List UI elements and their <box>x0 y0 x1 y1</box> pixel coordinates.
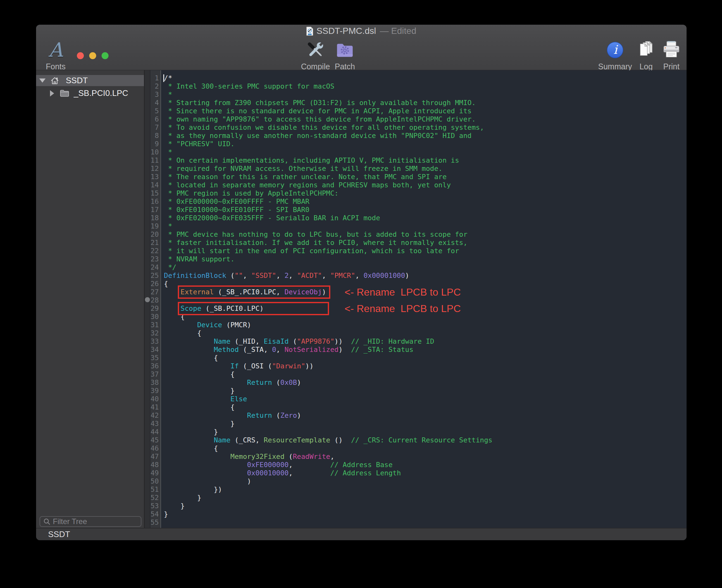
line-number: 55 <box>150 518 161 527</box>
marker-strip <box>145 70 150 528</box>
code-line: Memory32Fixed (ReadWrite, <box>164 453 686 461</box>
code-line <box>164 518 686 527</box>
home-icon <box>50 77 59 84</box>
line-number: 30 <box>150 313 161 321</box>
code-line: 0x00010000, // Address Length <box>164 469 686 477</box>
line-number: 54 <box>150 510 161 518</box>
disclosure-open-icon[interactable] <box>39 79 46 83</box>
annotation-box-external <box>178 286 330 299</box>
line-number: 45 <box>150 436 161 444</box>
line-number-gutter: 1234567891011121314151617181920212223242… <box>150 70 161 528</box>
sidebar-item-sb-pci0-lpc[interactable]: _SB.PCI0.LPC <box>36 88 144 99</box>
code-line: * as they normally use another non-stand… <box>164 132 686 140</box>
code-line: ) <box>164 477 686 485</box>
line-number: 2 <box>150 82 161 90</box>
line-number: 24 <box>150 263 161 272</box>
summary-button[interactable]: i Summary <box>598 39 633 71</box>
code-line: { <box>164 444 686 453</box>
code-line: * 0xFE020000~0xFE035FFF - SerialIo BAR i… <box>164 214 686 222</box>
code-line: 0xFE000000, // Address Base <box>164 461 686 469</box>
code-line: * "PCHRESV" UID. <box>164 140 686 148</box>
code-line: { <box>164 354 686 362</box>
line-number: 25 <box>150 272 161 280</box>
code-line: * The reason for this is rather unclear.… <box>164 173 686 181</box>
code-line: * <box>164 148 686 156</box>
annotation-text-external: <- Rename LPCB to LPC <box>344 286 461 299</box>
line-number: 52 <box>150 494 161 502</box>
line-number: 22 <box>150 247 161 255</box>
code-line: * it will start in the end of PCI config… <box>164 247 686 255</box>
line-number: 42 <box>150 412 161 420</box>
line-number: 12 <box>150 165 161 173</box>
line-number: 41 <box>150 403 161 412</box>
line-number: 35 <box>150 354 161 362</box>
folder-icon <box>60 89 69 97</box>
line-number: 46 <box>150 444 161 453</box>
line-number: 20 <box>150 230 161 238</box>
code-line: Return (Zero) <box>164 412 686 420</box>
line-number: 44 <box>150 428 161 436</box>
line-number: 18 <box>150 214 161 222</box>
line-number: 26 <box>150 280 161 288</box>
close-button[interactable] <box>77 52 84 59</box>
zoom-button[interactable] <box>102 52 108 59</box>
line-number: 21 <box>150 238 161 247</box>
code-line: { <box>164 329 686 337</box>
compile-button[interactable]: Compile <box>300 39 331 71</box>
log-pages-icon <box>636 40 656 60</box>
line-number: 49 <box>150 469 161 477</box>
fonts-button[interactable]: A Fonts <box>38 39 73 71</box>
line-number: 39 <box>150 387 161 395</box>
code-line: * faster initialisation. If we add it to… <box>164 238 686 247</box>
line-number: 9 <box>150 140 161 148</box>
print-printer-icon <box>662 41 681 60</box>
code-line: }) <box>164 485 686 494</box>
disclosure-closed-icon[interactable] <box>50 90 54 97</box>
document-icon <box>306 26 313 36</box>
line-number: 10 <box>150 148 161 156</box>
code-line: /* <box>164 74 686 82</box>
tree-sidebar: SSDT _SB.PCI0.LPC Filter Tree <box>36 70 145 528</box>
compile-label: Compile <box>301 62 330 71</box>
line-number: 29 <box>150 304 161 313</box>
print-label: Print <box>663 62 679 71</box>
minimize-button[interactable] <box>89 52 96 59</box>
line-number: 17 <box>150 206 161 214</box>
log-label: Log <box>639 62 653 71</box>
code-area[interactable]: /* * Intel 300-series PMC support for ma… <box>161 70 686 528</box>
code-editor[interactable]: 1234567891011121314151617181920212223242… <box>145 70 686 528</box>
compile-tools-icon <box>305 39 326 61</box>
filter-tree-input[interactable]: Filter Tree <box>40 516 142 527</box>
sidebar-item-ssdt[interactable]: SSDT <box>36 75 144 86</box>
line-number: 7 <box>150 123 161 132</box>
line-number: 27 <box>150 288 161 296</box>
code-line: Device (PMCR) <box>164 321 686 329</box>
line-number: 19 <box>150 222 161 230</box>
patch-button[interactable]: Patch <box>329 39 361 71</box>
code-line: * <box>164 90 686 99</box>
code-line: * own naming "APP9876" to access this de… <box>164 115 686 123</box>
code-line: Method (_STA, 0, NotSerialized) // _STA:… <box>164 345 686 354</box>
code-line: } <box>164 510 686 518</box>
code-line: * To avoid confusion we disable this dev… <box>164 123 686 132</box>
code-line: Return (0x0B) <box>164 378 686 387</box>
line-number: 34 <box>150 345 161 354</box>
filter-placeholder: Filter Tree <box>53 517 87 526</box>
window-header: SSDT-PMC.dsl — Edited A Fonts <box>36 25 686 70</box>
status-bar: SSDT <box>36 528 686 540</box>
code-line: * Intel 300-series PMC support for macOS <box>164 82 686 90</box>
line-number: 51 <box>150 485 161 494</box>
line-number: 23 <box>150 255 161 263</box>
line-number: 48 <box>150 461 161 469</box>
code-line: * PMC device has nothing to do to LPC bu… <box>164 230 686 238</box>
code-line: } <box>164 502 686 510</box>
modified-line-marker <box>145 297 150 302</box>
patch-label: Patch <box>335 62 355 71</box>
status-path: SSDT <box>48 529 70 539</box>
line-number: 3 <box>150 90 161 99</box>
summary-info-icon: i <box>606 41 624 60</box>
line-number: 36 <box>150 362 161 370</box>
line-number: 37 <box>150 370 161 378</box>
code-line: * required for NVRAM access. Otherwise i… <box>164 165 686 173</box>
print-button[interactable]: Print <box>654 39 686 71</box>
